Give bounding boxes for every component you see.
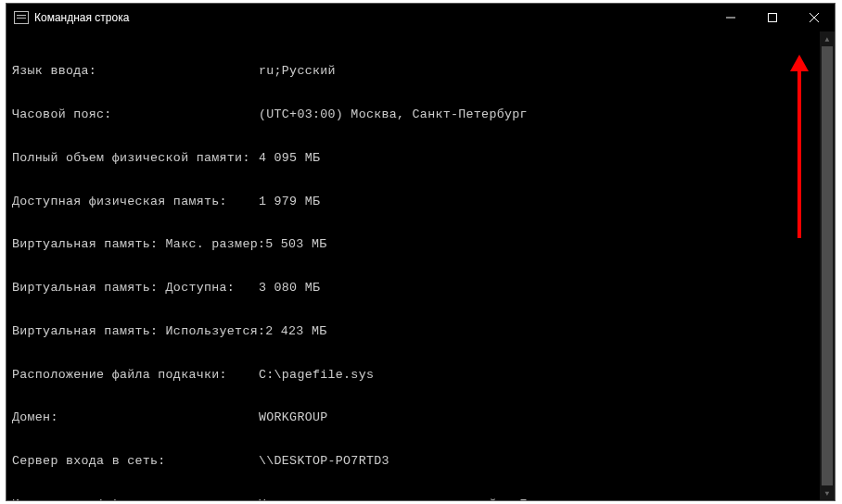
terminal-output[interactable]: Язык ввода:ru;Русский Часовой пояс:(UTC+… <box>6 32 820 500</box>
row-vmem-avail: Виртуальная память: Доступна:3 080 МБ <box>12 281 820 296</box>
scroll-down-button[interactable]: ▼ <box>820 485 835 500</box>
cmd-icon <box>14 11 29 24</box>
minimize-button[interactable] <box>709 4 751 32</box>
row-domain: Домен:WORKGROUP <box>12 410 820 425</box>
row-phys-avail: Доступная физическая память:1 979 МБ <box>12 195 820 209</box>
maximize-button[interactable] <box>751 4 793 32</box>
row-vmem-used: Виртуальная память: Используется:2 423 М… <box>12 324 820 339</box>
row-timezone: Часовой пояс:(UTC+03:00) Москва, Санкт-П… <box>12 107 820 122</box>
scroll-thumb[interactable] <box>822 46 833 485</box>
close-button[interactable] <box>793 4 835 32</box>
row-vmem-max: Виртуальная память: Макс. размер:5 503 М… <box>12 237 820 252</box>
row-phys-total: Полный объем физической памяти:4 095 МБ <box>12 151 820 166</box>
window-title: Командная строка <box>34 11 129 24</box>
scroll-up-button[interactable]: ▲ <box>820 32 835 46</box>
row-logon-server: Сервер входа в сеть:\\DESKTOP-PO7RTD3 <box>12 454 820 469</box>
row-hotfix-header: Исправление(я):Число установленных испра… <box>12 498 820 500</box>
row-input-lang: Язык ввода:ru;Русский <box>12 64 820 79</box>
titlebar[interactable]: Командная строка <box>6 4 835 32</box>
svg-rect-0 <box>768 14 776 22</box>
cmd-window: Командная строка Язык ввода:ru;Русский Ч… <box>6 3 836 501</box>
row-pagefile: Расположение файла подкачки:C:\pagefile.… <box>12 368 820 383</box>
vertical-scrollbar[interactable]: ▲ ▼ <box>820 32 835 500</box>
